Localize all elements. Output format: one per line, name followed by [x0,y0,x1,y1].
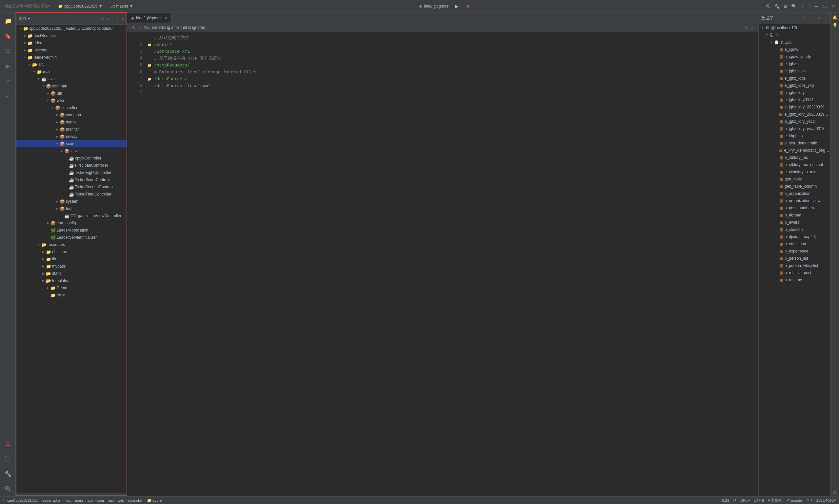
banner-check-icon[interactable]: ✓ [751,25,754,30]
line-ending[interactable]: CRLF [740,498,750,503]
bookmarks-icon[interactable]: 🔖 [1,29,15,43]
panel-close-icon[interactable]: × [122,17,124,21]
layout-icon[interactable]: ▤ [832,489,839,496]
settings-status-icon[interactable]: ⚙ [733,498,736,503]
problems-count[interactable]: ⚠ 1 [806,498,812,503]
memory-usage[interactable]: 2805/4096M [816,498,836,503]
db-item-p_person_wbdjslist[interactable]: ▦ p_person_wbdjslist [759,262,831,269]
breadcrumb-main[interactable]: main [75,499,83,502]
breadcrumb-src[interactable]: src [67,499,71,502]
tree-item-tool[interactable]: ▶ 📦 tool [16,205,126,212]
hint-icon[interactable]: 💡 [832,22,839,29]
tree-item-ticketSecondController[interactable]: ☕ TicketSecondController [16,183,126,191]
tree-item-root[interactable]: ▼ 📁 cppCode20221025 [leader] D:\code\cpp… [16,25,126,32]
tree-item-src[interactable]: ▼ 📂 src [16,61,126,68]
db-item-e_xtbldry_mx_original[interactable]: ▦ e_xtbldry_mx_original [759,161,831,168]
tree-item-lib[interactable]: ▶ 📁 lib [16,255,126,263]
tab-close-icon[interactable]: ✕ [165,16,167,20]
tree-item-oOrgViewCtrl[interactable]: ☕ OOrganizationViewController [16,212,126,219]
db-item-p_djsdata_uap2dj[interactable]: ▦ p_djsdata_uap2dj [759,233,831,240]
panel-settings-icon[interactable]: ⚙ [101,17,105,21]
db-refresh-icon[interactable]: ⟳ [817,15,821,21]
cursor-position[interactable]: 8:23 [722,498,729,503]
tree-item-error[interactable]: 📁 error [16,291,126,299]
breadcrumb-leader-admin[interactable]: leader-admin [41,499,63,502]
db-item-e_jghz_ldry_yxczl[interactable]: ▦ e_jghz_ldry_yxczl [759,118,831,125]
todo-icon[interactable]: ✓ [1,89,15,104]
db-down-icon[interactable]: ↓ [812,15,816,21]
db-item-e_jghz_ldry_yxczl0313[interactable]: ▦ e_jghz_ldry_yxczl0313 [759,125,831,132]
panel-expand-icon[interactable]: ⤡ [106,17,110,21]
tree-item-ticketEightController[interactable]: ☕ TicketEightController [16,169,126,176]
db-item-gen_table[interactable]: ▦ gen_table [759,176,831,183]
problems-icon[interactable]: ⚠ [1,436,15,451]
tree-item-coreConfig[interactable]: ▶ 📦 core.config [16,219,126,227]
more-button[interactable]: ⋮ [476,3,482,9]
tree-item-system[interactable]: ▶ 📦 system [16,198,126,205]
plugins-icon[interactable]: 🔌 [1,482,15,496]
tree-item-leaderAdmin[interactable]: ▼ 📁 leader-admin [16,54,126,61]
db-item-p_education[interactable]: ▦ p_education [759,240,831,248]
breadcrumb-web[interactable]: web [118,499,124,502]
db-item-e_jghz_ldry_20230329[interactable]: ▦ e_jghz_ldry_20230329 [759,104,831,111]
tab-gitignore[interactable]: ◆ idea/.gitignore ✕ [127,14,171,23]
search-icon[interactable]: 🔍 [791,3,797,9]
db-item-e_jghz_ds[interactable]: ▦ e_jghz_ds [759,60,831,68]
code-content[interactable]: # 默认忽略的文件📁/shelf//workspace.xml# 基于编辑器的 … [143,32,758,496]
tree-item-firstTotalController[interactable]: ☕ FirstTotalController [16,162,126,169]
tree-item-ticketScoreController[interactable]: ☕ TicketScoreController [16,176,126,183]
branch-selector[interactable]: ⎇ master ▼ [108,3,136,9]
run-view-icon[interactable]: ▶ [1,59,15,73]
db-item-e_cpdw[interactable]: ▦ e_cpdw [759,46,831,53]
db-item-e_jghz_ldry_20230329bfz[interactable]: ▦ e_jghz_ldry_20230329bfz [759,111,831,118]
breadcrumb-nari[interactable]: nari [108,499,114,502]
db-item-p_experience[interactable]: ▦ p_experience [759,248,831,255]
tree-item-demo2[interactable]: ▶ 📁 Demo [16,284,126,291]
db-item-o_post_numbers[interactable]: ▦ o_post_numbers [759,204,831,212]
translate-icon[interactable]: ㊊ [765,3,771,9]
db-item-e_yxnqldrytjb_mx[interactable]: ▦ e_yxnqldrytjb_mx [759,168,831,176]
structure-icon[interactable]: ☰ [1,44,15,58]
db-item-localhost[interactable]: ▼ 🖥 @localhost 1/6 [759,24,831,32]
db-item-p_chasten[interactable]: ▦ p_chasten [759,226,831,233]
tree-item-templates[interactable]: ▶ 📂 templates [16,277,126,284]
run-button[interactable]: ▶ [454,3,460,9]
tree-item-java[interactable]: ▼ ☕ java [16,75,126,83]
notification-icon[interactable]: 🔔 [832,14,839,21]
db-item-p_award[interactable]: ▦ p_award [759,219,831,226]
tree-item-leaderApp[interactable]: 🌿 LeaderApplication [16,227,126,234]
terminal-icon[interactable]: ⬛ [1,452,15,466]
tree-item-main[interactable]: ▼ 📁 main [16,68,126,75]
tree-item-fastRequest[interactable]: ▶ 📁 .fastRequest [16,32,126,39]
db-item-e_cpdw_yearly[interactable]: ▦ e_cpdw_yearly [759,53,831,60]
db-item-tables[interactable]: ▼ 📋 表 126 [759,39,831,46]
tree-item-cptjfxController[interactable]: ☕ cptjfxController [16,155,126,162]
tree-item-resources[interactable]: ▼ 📂 resources [16,241,126,248]
tree-item-monitor[interactable]: ▶ 📦 monitor [16,126,126,133]
tree-item-jghz[interactable]: ▶ 📦 jghz [16,147,126,155]
tree-item-mybatis[interactable]: ▶ 📁 mybatis [16,263,126,270]
db-more-icon[interactable]: ⋮ [823,15,828,21]
maximize-button[interactable]: □ [822,3,828,9]
db-item-e_jghz_dsh[interactable]: ▦ e_jghz_dsh [759,68,831,75]
db-item-p_resume[interactable]: ▦ p_resume [759,276,831,284]
project-view-icon[interactable]: 📁 [1,14,15,28]
breadcrumb-java[interactable]: java [87,499,93,502]
settings-icon[interactable]: ⚙ [782,3,788,9]
db-item-zb[interactable]: ▼ 🗄 zb [759,32,831,39]
db-item-e_jghz_ldry[interactable]: ▦ e_jghz_ldry [759,89,831,96]
services-icon[interactable]: 🔧 [1,467,15,481]
more-actions-icon[interactable]: ⋮ [799,3,805,9]
close-button[interactable]: ✕ [831,3,836,9]
db-item-p_person_list[interactable]: ▦ p_person_list [759,255,831,262]
breadcrumb-com[interactable]: com [97,499,104,502]
panel-scroll-icon[interactable]: ↕ [112,17,114,21]
db-item-p_abroad[interactable]: ▦ p_abroad [759,212,831,219]
tree-item-controller[interactable]: ▼ 📦 controller [16,104,126,111]
db-item-o_organization_view[interactable]: ▦ o_organization_view [759,197,831,204]
db-item-e_xryr_democratic_original[interactable]: ▦ e_xryr_democratic_original [759,147,831,154]
tree-item-web[interactable]: ▼ 📦 web [16,97,126,104]
db-item-e_xryr_democratic[interactable]: ▦ e_xryr_democratic [759,140,831,147]
db-up-icon[interactable]: ↑ [807,15,811,21]
github-icon[interactable]: ⊙ [832,30,839,37]
